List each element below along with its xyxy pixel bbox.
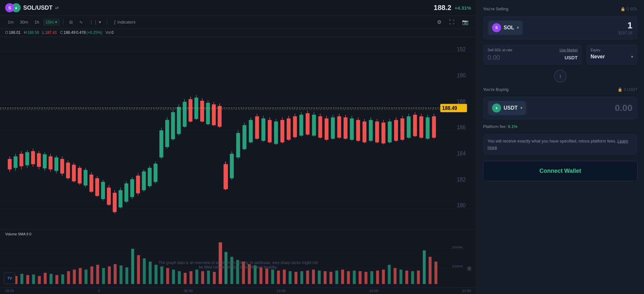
sol-chevron-icon: ▾: [517, 25, 519, 30]
low-label: L: [42, 30, 44, 35]
svg-rect-145: [394, 120, 398, 141]
svg-rect-23: [25, 152, 29, 165]
svg-rect-67: [154, 164, 157, 182]
svg-rect-29: [43, 154, 47, 169]
svg-rect-230: [382, 270, 385, 284]
sol-logo-icon: S: [5, 3, 14, 12]
svg-text:192: 192: [457, 46, 466, 53]
tradingview-logo[interactable]: TV: [4, 272, 15, 284]
svg-rect-143: [388, 122, 392, 142]
svg-rect-190: [149, 261, 152, 284]
svg-rect-147: [401, 118, 404, 140]
svg-rect-196: [184, 273, 186, 284]
swap-direction-btn[interactable]: ↕: [554, 70, 567, 83]
platform-fee-value: 0.1%: [508, 124, 517, 129]
svg-rect-211: [271, 270, 274, 284]
svg-rect-168: [20, 274, 23, 284]
xaxis-label-2: 3: [98, 289, 100, 293]
tf-divider-2: [107, 19, 107, 25]
bar-icon: ⋮⋮: [89, 20, 98, 24]
svg-rect-137: [369, 120, 373, 141]
svg-rect-212: [277, 270, 280, 284]
svg-rect-55: [118, 190, 122, 207]
svg-rect-227: [365, 272, 367, 284]
svg-rect-41: [78, 168, 81, 183]
svg-rect-184: [114, 264, 117, 284]
indicators-label: Indicators: [117, 20, 135, 24]
vol-label: Vol: [105, 30, 111, 35]
indicators-wavy-icon: ∫: [114, 20, 116, 24]
svg-rect-186: [125, 267, 128, 284]
expiry-value-row[interactable]: Never ▾: [591, 54, 633, 60]
use-market-link[interactable]: Use Market: [560, 48, 578, 52]
svg-rect-183: [108, 266, 111, 284]
svg-rect-113: [293, 116, 297, 137]
settings-btn[interactable]: ⚙: [434, 18, 444, 26]
svg-rect-77: [183, 102, 186, 127]
svg-rect-123: [325, 118, 328, 140]
svg-rect-87: [212, 104, 216, 125]
x-axis: 18:00 3 06:00 12:00 18:00 22:00: [0, 287, 476, 294]
bar-chart-btn[interactable]: ⋮⋮ ▾: [87, 18, 104, 26]
ohlcv-vol: Vol 0: [105, 30, 113, 35]
svg-text:100K: 100K: [452, 264, 464, 268]
svg-rect-221: [329, 272, 332, 284]
svg-rect-224: [347, 271, 350, 284]
buying-amount-value: 0.00: [615, 103, 633, 113]
logo-icons: S ♦: [5, 3, 21, 12]
svg-rect-19: [14, 156, 17, 168]
platform-fee-label: Platform fee:: [483, 124, 507, 129]
tf-1m[interactable]: 1m: [5, 18, 16, 26]
svg-rect-239: [434, 261, 437, 284]
svg-rect-157: [432, 116, 436, 138]
svg-rect-195: [178, 271, 181, 284]
selling-usd-value: $187.16: [619, 31, 632, 35]
tf-30m[interactable]: 30m: [17, 18, 31, 26]
svg-rect-185: [119, 265, 122, 284]
svg-rect-182: [102, 268, 105, 284]
svg-rect-105: [268, 120, 272, 142]
usdt-token-select-btn[interactable]: ♦ USDT ▾: [488, 101, 526, 115]
expiry-box: Expiry Never ▾: [586, 44, 638, 65]
expiry-value: Never: [591, 54, 605, 60]
candlestick-chart: 192 190 188 186 184 182 180: [0, 37, 476, 229]
info-text: You will receive exactly what you have s…: [488, 139, 616, 143]
svg-text:200K: 200K: [452, 245, 464, 249]
tf-1h[interactable]: 1h: [32, 18, 42, 26]
svg-rect-91: [223, 164, 228, 189]
svg-rect-97: [242, 125, 246, 149]
svg-rect-170: [32, 274, 35, 284]
platform-fee-row: Platform fee: 0.1%: [483, 124, 638, 129]
chart-toolbar-right: ⚙ ⛶ 📷: [434, 18, 471, 26]
candle-icon: ⊟: [69, 20, 73, 24]
indicators-btn[interactable]: ∫ Indicators: [110, 18, 139, 26]
sol-token-select-btn[interactable]: S SOL ▾: [488, 21, 523, 35]
svg-rect-188: [137, 255, 140, 284]
screenshot-btn[interactable]: 📷: [459, 18, 471, 26]
svg-rect-99: [249, 120, 253, 142]
tf-15m[interactable]: 15m ▾: [43, 18, 60, 26]
svg-rect-237: [423, 250, 426, 284]
svg-rect-35: [60, 159, 64, 173]
xaxis-label-5: 18:00: [369, 289, 378, 293]
fullscreen-btn[interactable]: ⛶: [447, 18, 457, 26]
chart-canvas: 192 190 188 186 184 182 180: [0, 37, 476, 229]
info-box: You will receive exactly what you have s…: [483, 133, 638, 155]
selling-amount-display: 1 $187.16: [619, 20, 632, 35]
svg-rect-228: [370, 271, 373, 284]
pair-swap-icon[interactable]: ⇄: [55, 5, 59, 10]
connect-wallet-btn[interactable]: Connect Wallet: [483, 161, 638, 181]
buying-section-header: You're Buying 🔒 0 USDT: [483, 87, 638, 92]
svg-rect-209: [260, 267, 262, 284]
close-label: C: [60, 30, 63, 35]
svg-rect-215: [295, 272, 298, 284]
trading-panel: You're Selling 🔒 0 SOL S SOL ▾ 1 $187.16…: [477, 0, 644, 294]
line-chart-btn[interactable]: ∿: [77, 18, 85, 26]
candle-chart-btn[interactable]: ⊟: [67, 18, 75, 26]
xaxis-label-3: 06:00: [184, 289, 193, 293]
svg-rect-155: [426, 117, 430, 139]
svg-rect-89: [218, 106, 222, 127]
svg-rect-197: [190, 271, 193, 284]
ohlcv-open: O 188.01: [5, 30, 21, 35]
usdt-chevron-icon: ▾: [520, 106, 522, 110]
